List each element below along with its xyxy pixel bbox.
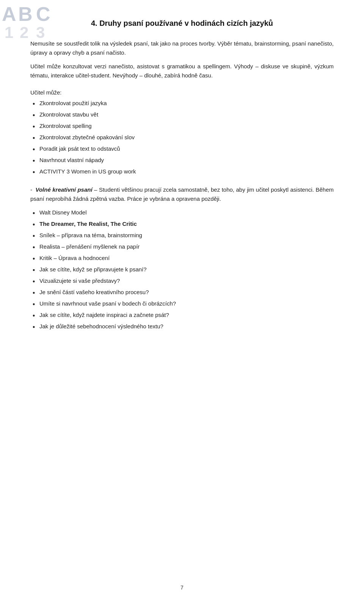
list-item-sneni: Je snění částí vašeho kreativního proces… — [30, 288, 334, 297]
list-item-snilek: Snílek – příprava na téma, brainstorming — [30, 231, 334, 240]
content-area: Nemusíte se soustředit tolik na výsledek… — [30, 39, 334, 331]
ucitel-muze-list: Zkontrolovat použití jazyka Zkontrolovat… — [30, 99, 334, 176]
page-container: A B C 1 2 3 4. Druhy psaní používané v h… — [0, 0, 364, 602]
intro-paragraph-2: Učitel může konzultovat verzi nanečisto,… — [30, 62, 334, 80]
list-item-kritik: Kritik – Úprava a hodnocení — [30, 254, 334, 263]
svg-text:A: A — [2, 3, 16, 25]
list-item-jak-citite-1: Jak se cítíte, když se připravujete k ps… — [30, 265, 334, 274]
list-item: Zkontrolovat použití jazyka — [30, 99, 334, 108]
jak-citite-2-text: Jak se cítíte, když najdete inspiraci a … — [39, 312, 169, 318]
list-item-jak-dulezite: Jak je důležité sebehodnocení výsledného… — [30, 322, 334, 331]
list-item-dreamer: The Dreamer, The Realist, The Critic — [30, 219, 334, 229]
list-item: Zkontrolovat zbytečné opakování slov — [30, 133, 334, 142]
jak-dulezite-text: Jak je důležité sebehodnocení výsledného… — [39, 323, 163, 329]
list-item-jak-citite-2: Jak se cítíte, když najdete inspiraci a … — [30, 310, 334, 320]
list-item: Zkontrolovat spelling — [30, 121, 334, 131]
list-item-umite: Umíte si navrhnout vaše psaní v bodech č… — [30, 299, 334, 308]
volne-bold-italic: Volné kreativní psaní — [35, 186, 92, 193]
svg-text:3: 3 — [36, 24, 45, 41]
svg-text:C: C — [36, 3, 50, 25]
list-item-vizualizujete: Vizualizujete si vaše představy? — [30, 276, 334, 285]
snilek-text: Snílek – příprava na téma, brainstorming — [39, 232, 142, 238]
intro-paragraph-1: Nemusíte se soustředit tolik na výsledek… — [30, 39, 334, 57]
realista-text: Realista – přenášení myšlenek na papír — [39, 243, 140, 250]
svg-text:B: B — [18, 3, 33, 25]
ucitel-muze-label: Učitel může: — [30, 89, 334, 96]
list-item-walt-disney: Walt Disney Model — [30, 208, 334, 217]
activity-list-item: ACTIVITY 3 Women in US group work — [30, 167, 334, 176]
list-item-realista: Realista – přenášení myšlenek na papír — [30, 242, 334, 251]
dreamer-text: The Dreamer, The Realist, The Critic — [39, 221, 137, 227]
svg-text:1: 1 — [5, 24, 13, 41]
volne-kreativni-section: - Volné kreativní psaní – Studenti větši… — [30, 185, 334, 203]
walt-disney-text: Walt Disney Model — [39, 209, 86, 216]
umite-text: Umíte si navrhnout vaše psaní v bodech č… — [39, 300, 176, 307]
svg-text:2: 2 — [20, 24, 28, 41]
sneni-text: Je snění částí vašeho kreativního proces… — [39, 289, 149, 295]
vizualizujete-text: Vizualizujete si vaše představy? — [39, 277, 120, 284]
decorative-top-left: A B C 1 2 3 — [0, 0, 61, 46]
walt-disney-list: Walt Disney Model The Dreamer, The Reali… — [30, 208, 334, 331]
list-item: Zkontrolovat stavbu vět — [30, 110, 334, 119]
dash-prefix: - — [30, 186, 32, 193]
list-item: Poradit jak psát text to odstavců — [30, 144, 334, 153]
page-title: 4. Druhy psaní používané v hodinách cizí… — [30, 19, 334, 28]
page-number: 7 — [180, 585, 184, 591]
jak-citite-1-text: Jak se cítíte, když se připravujete k ps… — [39, 266, 147, 273]
kritik-text: Kritik – Úprava a hodnocení — [39, 255, 110, 261]
volne-dash: – — [94, 186, 99, 193]
list-item: Navrhnout vlastní nápady — [30, 156, 334, 165]
